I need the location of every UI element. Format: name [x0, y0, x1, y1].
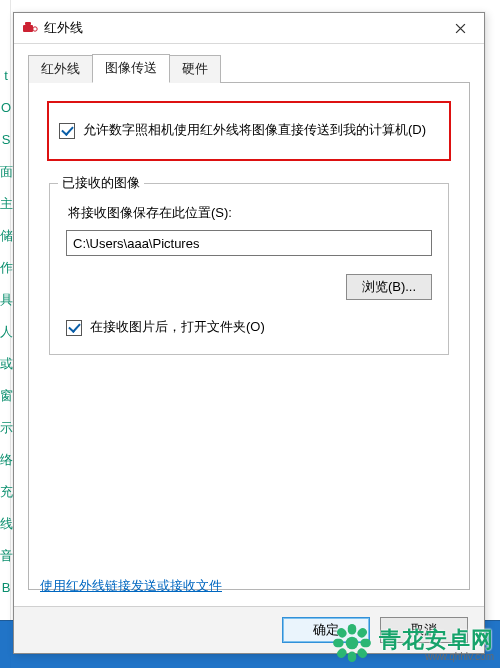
footer-link-row: 使用红外线链接发送或接收文件	[40, 577, 222, 595]
watermark-brand: 青花安卓网	[379, 627, 494, 652]
watermark-logo-icon	[331, 622, 373, 664]
infrared-icon	[22, 20, 38, 36]
allow-camera-label: 允许数字照相机使用红外线将图像直接传送到我的计算机(D)	[83, 121, 426, 139]
close-button[interactable]	[440, 14, 480, 42]
save-location-input[interactable]	[66, 230, 432, 256]
watermark: 青花安卓网 www.qhhlv.com	[331, 622, 494, 664]
watermark-domain: www.qhhlv.com	[379, 651, 494, 662]
save-location-label: 将接收图像保存在此位置(S):	[68, 204, 432, 222]
window-title: 红外线	[44, 19, 440, 37]
svg-point-3	[346, 637, 359, 650]
allow-camera-checkbox-row[interactable]: 允许数字照相机使用红外线将图像直接传送到我的计算机(D)	[59, 121, 439, 139]
tab-hardware[interactable]: 硬件	[169, 55, 221, 83]
background-page-letters: tOS面主储作具人或窗示络充线音B	[0, 60, 12, 604]
received-images-group: 已接收的图像 将接收图像保存在此位置(S): 浏览(B)... 在接收图片后，打…	[49, 183, 449, 355]
open-folder-label: 在接收图片后，打开文件夹(O)	[90, 318, 265, 336]
received-images-legend: 已接收的图像	[58, 174, 144, 192]
tab-image-transfer[interactable]: 图像传送	[92, 54, 170, 83]
browse-button[interactable]: 浏览(B)...	[346, 274, 432, 300]
tab-infrared[interactable]: 红外线	[28, 55, 93, 83]
tab-panel: 允许数字照相机使用红外线将图像直接传送到我的计算机(D) 已接收的图像 将接收图…	[28, 83, 470, 590]
tabstrip: 红外线 图像传送 硬件	[28, 54, 470, 83]
svg-point-2	[33, 27, 37, 31]
allow-camera-highlight: 允许数字照相机使用红外线将图像直接传送到我的计算机(D)	[47, 101, 451, 161]
svg-rect-1	[25, 22, 31, 25]
open-folder-checkbox-row[interactable]: 在接收图片后，打开文件夹(O)	[66, 318, 432, 336]
allow-camera-checkbox[interactable]	[59, 123, 75, 139]
send-receive-link[interactable]: 使用红外线链接发送或接收文件	[40, 578, 222, 593]
svg-rect-0	[23, 25, 33, 32]
titlebar: 红外线	[14, 13, 484, 44]
infrared-dialog: 红外线 红外线 图像传送 硬件 允许数字照相机使用红外线将图像直接传送到我的计算…	[13, 12, 485, 654]
open-folder-checkbox[interactable]	[66, 320, 82, 336]
